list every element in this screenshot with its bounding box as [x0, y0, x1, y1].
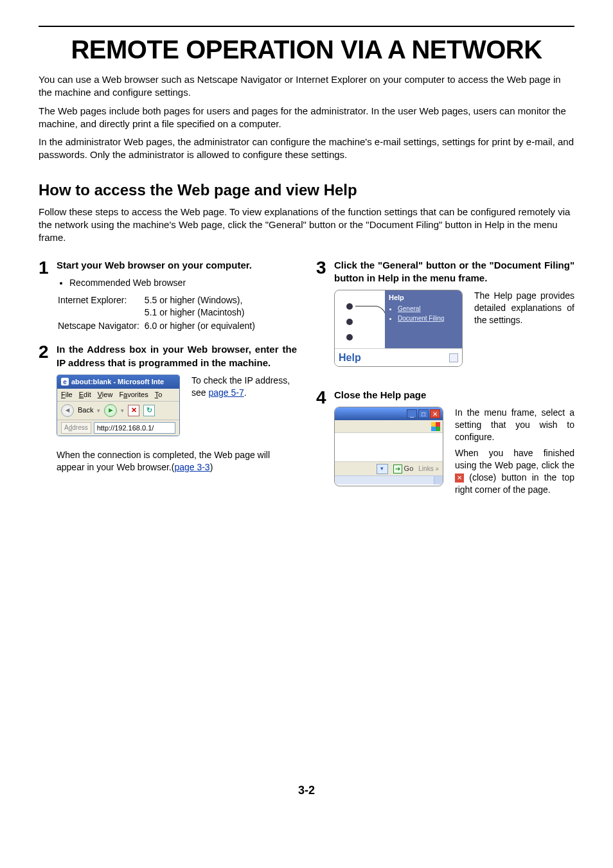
step-3-side-text: The Help page provides detailed explanat… — [474, 290, 574, 326]
step-2-head: In the Address box in your Web browser, … — [57, 343, 297, 369]
ie-val1: 5.5 or higher (Windows), — [145, 295, 243, 305]
step-1-num: 1 — [39, 259, 51, 333]
step-3-head: Click the "General" button or the "Docum… — [334, 259, 574, 285]
ie-val2: 5.1 or higher (Macintosh) — [145, 307, 245, 317]
back-label: Back — [78, 405, 93, 415]
steps-columns: 1 Start your Web browser on your compute… — [39, 259, 574, 513]
ie-label: Internet Explorer: — [58, 294, 143, 319]
left-column: 1 Start your Web browser on your compute… — [39, 259, 297, 513]
page-icon — [449, 353, 458, 362]
forward-icon[interactable]: ► — [104, 404, 117, 417]
help-panel-title: Help — [389, 293, 458, 303]
step-1-bullet: Recommended Web browser — [69, 277, 297, 289]
ie-window-figure: e about:blank - Microsoft Inte FFileile … — [57, 375, 180, 437]
link-page-3-3[interactable]: page 3-3 — [174, 462, 209, 472]
help-link-document-filing[interactable]: Document Filing — [398, 315, 444, 322]
help-heading: Help — [339, 351, 361, 365]
refresh-icon[interactable]: ↻ — [143, 405, 155, 416]
intro-p3: In the administrator Web pages, the admi… — [39, 136, 574, 162]
section-heading: How to access the Web page and view Help — [39, 180, 574, 200]
top-rule — [39, 26, 574, 27]
nn-label: Netscape Navigator: — [58, 320, 143, 332]
intro-block: You can use a Web browser such as Netsca… — [39, 73, 574, 162]
help-panel-figure: Help General Document Filing Help — [334, 290, 463, 367]
step-2-side-text: To check the IP address, see page 5-7. — [191, 375, 297, 399]
step-4: 4 Close the Help page _ □ ✕ — [316, 389, 574, 502]
window-menubar — [335, 420, 443, 433]
chevron-right-icon: » — [435, 465, 439, 472]
stop-icon[interactable]: ✕ — [128, 405, 139, 416]
close-icon[interactable]: ✕ — [430, 409, 440, 418]
link-page-5-7[interactable]: page 5-7 — [208, 387, 244, 398]
windows-flag-icon — [431, 422, 440, 431]
step-3: 3 Click the "General" button or the "Doc… — [316, 259, 574, 374]
go-arrow-icon: ➔ — [393, 465, 402, 474]
back-dropdown-icon[interactable]: ▾ — [97, 407, 100, 414]
help-link-general[interactable]: General — [398, 305, 421, 312]
ie-menu-file[interactable]: FFileile — [61, 390, 73, 400]
ie-address-bar: Address http://192.168.0.1/ — [57, 420, 179, 436]
address-field[interactable]: http://192.168.0.1/ — [94, 422, 175, 434]
scrollbar[interactable] — [335, 475, 443, 484]
window-titlebar: _ □ ✕ — [335, 407, 443, 420]
page-number: 3-2 — [39, 783, 574, 798]
address-dropdown-icon[interactable]: ▾ — [377, 464, 388, 474]
links-label[interactable]: Links » — [418, 465, 439, 474]
step-2: 2 In the Address box in your Web browser… — [39, 343, 297, 474]
ie-title-text: about:blank - Microsoft Inte — [71, 377, 164, 387]
nn-val: 6.0 or higher (or equivalent) — [145, 320, 259, 332]
intro-p2: The Web pages include both pages for use… — [39, 105, 574, 131]
dot-icon — [346, 303, 353, 310]
minimize-icon[interactable]: _ — [407, 409, 417, 418]
forward-dropdown-icon[interactable]: ▾ — [121, 407, 124, 414]
ie-menu-edit[interactable]: Edit — [79, 390, 91, 400]
back-icon[interactable]: ◄ — [61, 404, 74, 417]
step-1-head: Start your Web browser on your computer. — [57, 259, 297, 272]
ie-logo-icon: e — [61, 378, 69, 385]
section-intro: Follow these steps to access the Web pag… — [39, 206, 574, 245]
step-1: 1 Start your Web browser on your compute… — [39, 259, 297, 333]
step-4-side-text: In the menu frame, select a setting that… — [455, 407, 574, 495]
help-side-panel: Help General Document Filing — [385, 290, 462, 348]
step-2-num: 2 — [39, 343, 51, 474]
page-title: REMOTE OPERATION VIA A NETWORK — [39, 32, 574, 67]
close-icon: ✕ — [455, 474, 464, 483]
ie-titlebar: e about:blank - Microsoft Inte — [57, 375, 179, 389]
step-2-after: When the connection is completed, the We… — [57, 449, 297, 474]
go-button[interactable]: ➔ Go — [393, 464, 414, 474]
step-3-num: 3 — [316, 259, 329, 374]
ie-menu-favorites[interactable]: Favorites — [119, 390, 148, 400]
ie-toolbar: ◄ Back ▾ ► ▾ ✕ ↻ — [57, 402, 179, 420]
right-column: 3 Click the "General" button or the "Doc… — [316, 259, 574, 513]
step-4-head: Close the Help page — [334, 389, 574, 402]
step-4-num: 4 — [316, 389, 329, 502]
intro-p1: You can use a Web browser such as Netsca… — [39, 73, 574, 100]
dot-icon — [346, 334, 353, 341]
address-label: Address — [61, 422, 91, 434]
window-controls-figure: _ □ ✕ ▾ ➔ Go — [334, 407, 443, 486]
maximize-icon[interactable]: □ — [418, 409, 429, 418]
ie-menu-view[interactable]: View — [98, 390, 113, 400]
window-toolbar: ▾ ➔ Go Links » — [335, 461, 443, 475]
help-bottom-bar: Help — [335, 348, 462, 366]
ie-menu-tools[interactable]: To — [155, 390, 163, 400]
dot-icon — [346, 319, 353, 325]
ie-menubar: FFileile Edit View Favorites To — [57, 389, 179, 402]
browser-spec-table: Internet Explorer: 5.5 or higher (Window… — [57, 293, 260, 333]
